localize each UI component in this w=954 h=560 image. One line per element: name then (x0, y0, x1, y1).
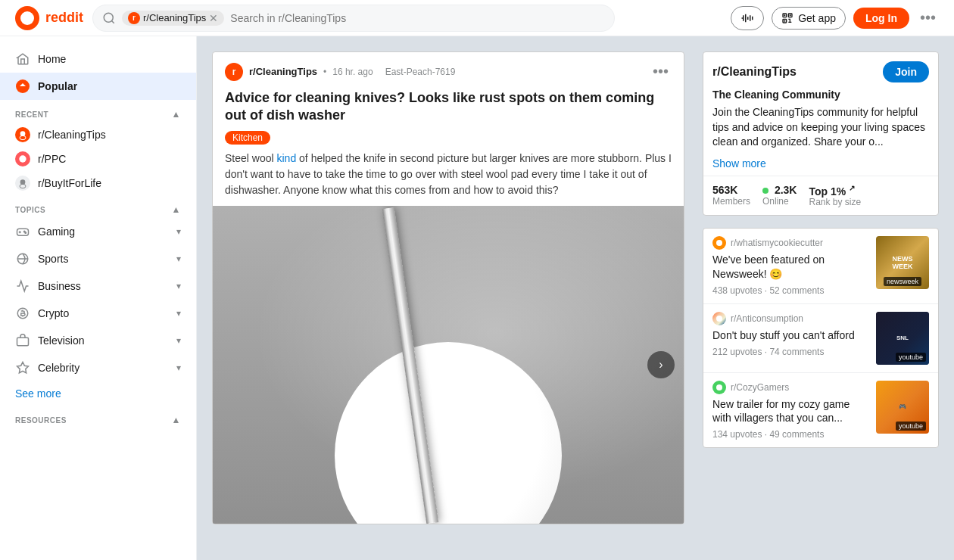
thumb-label-1: youtube (896, 353, 926, 362)
sports-left: Sports (15, 251, 68, 266)
get-app-label: Get app (798, 12, 836, 24)
recent-cleaning-label: r/CleaningTips (38, 129, 106, 141)
sub-icon-svg (715, 238, 724, 247)
rank-value: Top 1% ↗ (809, 184, 861, 198)
subreddit-tag-label: r/CleaningTips (143, 12, 206, 23)
trending-post-0[interactable]: r/whatismycookiecutter We've been featur… (703, 229, 938, 303)
gaming-icon (15, 224, 30, 239)
post-flair[interactable]: Kitchen (225, 131, 270, 145)
svg-point-13 (20, 184, 26, 188)
anticonsumption-icon (712, 312, 726, 325)
trending-post-1[interactable]: r/Anticonsumption Don't buy stuff you ca… (703, 304, 938, 373)
get-app-button[interactable]: Get app (772, 7, 846, 30)
sidebar-home-label: Home (38, 53, 66, 65)
business-chevron: ▾ (176, 281, 181, 291)
topic-item-television[interactable]: Television ▾ (0, 327, 196, 354)
sidebar: Home Popular RECENT ▲ r/CleaningTips r/P (0, 36, 197, 560)
trending-sub-1: r/Anticonsumption (712, 312, 868, 325)
trending-sub-name-1: r/Anticonsumption (731, 313, 803, 324)
post-user[interactable]: East-Peach-7619 (385, 67, 456, 77)
buyit-icon (15, 176, 30, 191)
logo[interactable]: reddit (15, 6, 83, 30)
topic-item-crypto[interactable]: Crypto ▾ (0, 300, 196, 327)
members-label: Members (712, 196, 750, 207)
post-separator: • (323, 67, 326, 77)
search-input[interactable] (230, 12, 605, 24)
resources-label: RESOURCES (15, 416, 67, 425)
svg-point-16 (25, 232, 26, 234)
resources-section: RESOURCES ▲ (0, 406, 196, 428)
topic-item-celebrity[interactable]: Celebrity ▾ (0, 354, 196, 381)
trending-left-2: r/CozyGamers New trailer for my cozy gam… (712, 381, 868, 440)
search-bar[interactable]: r r/CleaningTips ✕ (92, 5, 615, 32)
show-more-button[interactable]: Show more (703, 154, 938, 176)
business-icon (15, 278, 30, 294)
topic-item-business[interactable]: Business ▾ (0, 272, 196, 300)
thumb-label-2: youtube (896, 422, 926, 431)
logo-text: reddit (45, 10, 83, 26)
post-header: r r/CleaningTips • 16 hr. ago East-Peach… (213, 52, 684, 86)
post-image (213, 206, 684, 524)
trending-left-0: r/whatismycookiecutter We've been featur… (712, 236, 868, 295)
feed: r r/CleaningTips • 16 hr. ago East-Peach… (212, 51, 684, 545)
topic-item-gaming[interactable]: Gaming ▾ (0, 218, 196, 245)
svg-marker-20 (17, 362, 29, 373)
see-more-button[interactable]: See more (0, 381, 196, 406)
sidebar-popular-label: Popular (38, 80, 77, 92)
svg-point-1 (104, 13, 113, 22)
next-image-button[interactable]: › (647, 351, 675, 378)
recent-label: RECENT (15, 110, 48, 119)
recent-item-cleaning[interactable]: r/CleaningTips (0, 123, 196, 147)
recent-item-buyit[interactable]: r/BuyItForLife (0, 171, 196, 195)
topic-item-sports[interactable]: Sports ▾ (0, 245, 196, 272)
post-title: Advice for cleaning knives? Looks like r… (213, 86, 684, 131)
trending-thumb-0: NEWSWEEK newsweek (876, 236, 929, 289)
trending-title-2: New trailer for my cozy game with villag… (712, 397, 868, 425)
trending-sub-0: r/whatismycookiecutter (712, 236, 868, 250)
more-options-button[interactable]: ••• (917, 6, 939, 30)
ppc-icon (15, 151, 30, 166)
home-icon (15, 51, 30, 67)
header: reddit r r/CleaningTips ✕ (0, 0, 954, 36)
online-stat: 2.3K Online (762, 184, 797, 208)
advertise-button[interactable] (731, 6, 764, 30)
trending-post-2[interactable]: r/CozyGamers New trailer for my cozy gam… (703, 373, 938, 447)
celebrity-label: Celebrity (38, 362, 80, 374)
cleaning-tips-icon (15, 127, 30, 142)
post-more-button[interactable]: ••• (650, 60, 672, 83)
sports-label: Sports (38, 253, 68, 265)
celebrity-icon (15, 360, 30, 375)
cozy-gamers-icon (712, 381, 726, 394)
svg-rect-6 (784, 14, 785, 16)
members-stat: 563K Members (712, 184, 750, 208)
tv-left: Television (15, 333, 84, 348)
online-dot (762, 188, 768, 194)
join-button[interactable]: Join (883, 61, 929, 82)
home-svg (16, 52, 30, 66)
trending-title-1: Don't buy stuff you can't afford (712, 328, 868, 342)
search-icon (102, 11, 116, 25)
megaphone-icon (740, 11, 754, 25)
online-label: Online (762, 196, 797, 207)
online-value: 2.3K (762, 184, 797, 196)
svg-point-11 (19, 155, 26, 162)
reddit-alien-svg (20, 11, 35, 26)
popular-icon (15, 79, 30, 94)
post-subreddit[interactable]: r/CleaningTips (249, 66, 317, 77)
header-right: Get app Log In ••• (731, 6, 939, 30)
buyit-svg (17, 177, 29, 189)
star-svg (16, 361, 30, 375)
recent-item-ppc[interactable]: r/PPC (0, 147, 196, 171)
subreddit-tag-close[interactable]: ✕ (209, 12, 218, 24)
resources-chevron: ▲ (172, 415, 181, 425)
business-left: Business (15, 278, 81, 294)
trending-meta-0: 438 upvotes · 52 comments (712, 285, 868, 296)
topics-chevron: ▲ (172, 204, 181, 215)
online-count: 2.3K (775, 184, 797, 196)
post-card: r r/CleaningTips • 16 hr. ago East-Peach… (212, 51, 684, 524)
gaming-left: Gaming (15, 224, 75, 239)
login-button[interactable]: Log In (853, 8, 909, 29)
sidebar-item-home[interactable]: Home (0, 45, 196, 73)
sidebar-item-popular[interactable]: Popular (0, 73, 196, 100)
cookie-cutter-icon (712, 236, 726, 250)
